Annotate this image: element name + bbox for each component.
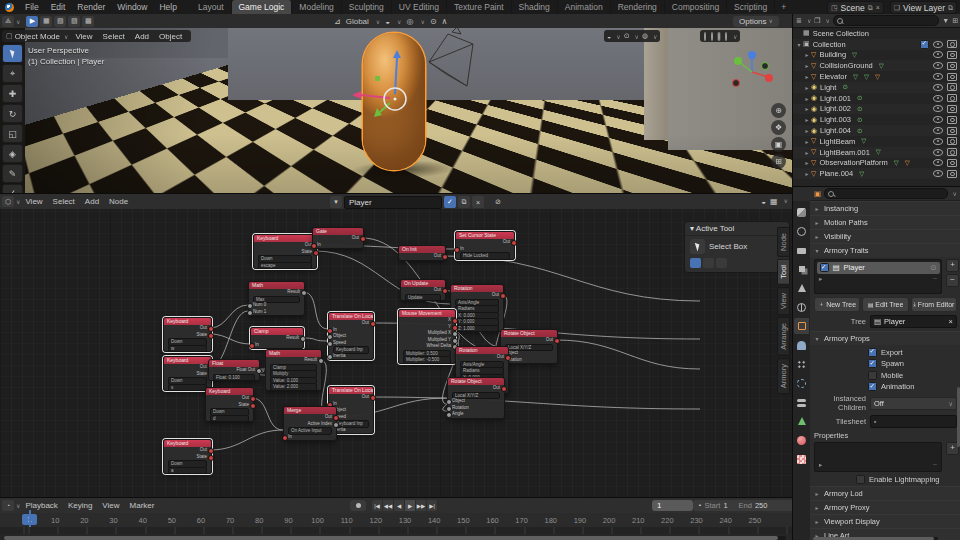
node-field-hide-locked[interactable]: Hide Locked: [456, 252, 514, 259]
node-field-s[interactable]: s: [164, 384, 211, 391]
node-field-value[interactable]: escape: [258, 262, 312, 270]
properties-tab-world[interactable]: [794, 299, 809, 315]
render-camera-icon[interactable]: [947, 148, 957, 156]
socket-out[interactable]: [442, 254, 448, 260]
library-icon[interactable]: ❒: [814, 17, 820, 25]
render-camera-icon[interactable]: [947, 62, 957, 70]
panel-motion-paths[interactable]: ▸Motion Paths: [810, 215, 960, 229]
copy-scene-icon[interactable]: ⧉: [868, 4, 873, 12]
socket-in[interactable]: [327, 354, 333, 360]
select-mode-subtract[interactable]: [716, 258, 727, 268]
snap-magnet-icon[interactable]: ◒: [385, 17, 390, 26]
render-camera-icon[interactable]: [947, 40, 957, 48]
properties-tab-modifiers[interactable]: [794, 337, 809, 353]
overlays-toggle-icon[interactable]: ◍: [642, 32, 648, 40]
socket-in[interactable]: [446, 412, 452, 418]
workspace-tab-modeling[interactable]: Modeling: [292, 0, 342, 14]
viewport-menu-add[interactable]: Add: [130, 32, 154, 41]
shading-wireframe[interactable]: [703, 32, 707, 41]
panel-armory-proxy[interactable]: ▸Armory Proxy: [810, 500, 960, 514]
navigation-gizmo[interactable]: [733, 51, 774, 87]
workspace-tab-uv-editing[interactable]: UV Editing: [392, 0, 447, 14]
falloff-icon[interactable]: ∧: [442, 17, 448, 26]
node-field-value[interactable]: s: [168, 384, 207, 392]
socket-in[interactable]: [247, 310, 253, 316]
workspace-tab-scripting[interactable]: Scripting: [727, 0, 775, 14]
blender-logo-icon[interactable]: [5, 3, 14, 12]
scene-selector[interactable]: ◳ Scene ⧉ ×: [827, 1, 884, 14]
logic-node-keyboard-13[interactable]: KeyboardOutStateDowna: [163, 439, 212, 474]
outliner-search-input[interactable]: [833, 15, 939, 26]
frame-ruler[interactable]: 1 10203040506070809010011012013014015016…: [0, 513, 792, 527]
menu-file[interactable]: File: [19, 0, 45, 14]
timeline-menu-view[interactable]: View: [97, 501, 124, 510]
outliner-row-scene-collection[interactable]: ▦Scene Collection: [793, 28, 960, 39]
outliner-item-light-004[interactable]: ▸◉Light.004⊙: [793, 125, 960, 136]
node-menu-view[interactable]: View: [20, 197, 47, 206]
trait-enabled-checkbox[interactable]: [820, 263, 829, 272]
workspace-tab-sculpting[interactable]: Sculpting: [342, 0, 392, 14]
visibility-eye-icon[interactable]: [933, 95, 943, 102]
timeline-menu-playback[interactable]: Playback: [20, 501, 62, 510]
pivot-icon[interactable]: ⊙: [430, 17, 437, 26]
camera-view-button[interactable]: ▣: [771, 137, 786, 152]
timeline-menu-marker[interactable]: Marker: [125, 501, 160, 510]
outliner-item-elevator[interactable]: ▸▽Elevator▽▽▽: [793, 71, 960, 82]
outliner-item-collisionground[interactable]: ▸▽CollisionGround▽: [793, 60, 960, 71]
previous-keyframe-button[interactable]: ◀◀: [383, 500, 394, 511]
node-field-multiplier-0-500[interactable]: Multiplier: -0.500: [399, 356, 455, 363]
disclosure-icon[interactable]: ▸: [803, 95, 811, 102]
workspace-tab-animation[interactable]: Animation: [558, 0, 611, 14]
properties-tab-material[interactable]: [794, 432, 809, 448]
logic-node-keyboard-0[interactable]: KeyboardOutStateDownescape: [253, 234, 317, 269]
render-camera-icon[interactable]: [947, 137, 957, 145]
select-mode-extend[interactable]: [703, 258, 714, 268]
properties-tab-tool[interactable]: [794, 204, 809, 220]
collection-checkbox[interactable]: [920, 40, 929, 49]
edit-tree-button[interactable]: ▤Edit Tree: [862, 297, 908, 312]
properties-tab-view-layer[interactable]: [794, 261, 809, 277]
disclosure-icon[interactable]: ▸: [803, 105, 811, 112]
workspace-tab-texture-paint[interactable]: Texture Paint: [447, 0, 512, 14]
browse-tree-icon[interactable]: ▾: [330, 196, 342, 208]
render-camera-icon[interactable]: [947, 83, 957, 91]
logic-node-keyboard-11[interactable]: KeyboardOutStateDowns: [163, 356, 212, 391]
animation-checkbox[interactable]: [868, 382, 877, 391]
outliner-row-collection[interactable]: ▾▣Collection: [793, 39, 960, 50]
properties-tab-particles[interactable]: [794, 356, 809, 372]
disclosure-icon[interactable]: ▸: [803, 62, 811, 69]
tool-select-box[interactable]: [2, 44, 23, 63]
node-field-escape[interactable]: escape: [254, 262, 316, 269]
node-field-value[interactable]: a: [168, 467, 207, 475]
visibility-eye-icon[interactable]: [933, 138, 943, 145]
render-camera-icon[interactable]: [947, 170, 957, 178]
tool-scale[interactable]: ◱: [2, 124, 23, 143]
editor-type-icon[interactable]: ◔: [2, 500, 14, 511]
close-scene-icon[interactable]: ×: [876, 4, 880, 11]
visibility-eye-icon[interactable]: [933, 159, 943, 166]
proportional-edit-icon[interactable]: ◎: [406, 17, 413, 26]
new-collection-icon[interactable]: ⊞: [952, 17, 958, 25]
list-expand-icon[interactable]: ▸: [819, 275, 822, 283]
pan-button[interactable]: ❖: [771, 120, 786, 135]
lightmapping-checkbox[interactable]: [856, 475, 865, 484]
node-field-value[interactable]: Update: [405, 294, 441, 302]
visibility-eye-icon[interactable]: [933, 51, 943, 58]
tree-selector-field[interactable]: ▤ Player ×: [870, 315, 957, 328]
node-field-value[interactable]: Z: 1.000: [455, 325, 499, 333]
tool-fallback-icon-1[interactable]: ▦: [40, 16, 52, 27]
tilesheet-field[interactable]: ▪: [870, 415, 957, 428]
gizmo-toggle-icon[interactable]: ⊙: [624, 32, 630, 40]
perspective-toggle-button[interactable]: ⊞: [771, 154, 786, 169]
properties-tab-render[interactable]: [794, 223, 809, 239]
outliner-item-building[interactable]: ▸▽Building▽: [793, 50, 960, 61]
keyframe-strip[interactable]: [0, 527, 792, 534]
editor-type-icon[interactable]: ⟁: [2, 16, 14, 27]
tool-transform[interactable]: ◈: [2, 144, 23, 163]
timeline-menu-keying[interactable]: Keying: [63, 501, 97, 510]
workspace-tab-compositing[interactable]: Compositing: [665, 0, 727, 14]
add-trait-button[interactable]: +: [946, 259, 959, 272]
next-keyframe-button[interactable]: ▶▶: [416, 500, 427, 511]
workspace-tab-layout[interactable]: Layout: [191, 0, 232, 14]
viewport-menu-object[interactable]: Object: [154, 32, 187, 41]
